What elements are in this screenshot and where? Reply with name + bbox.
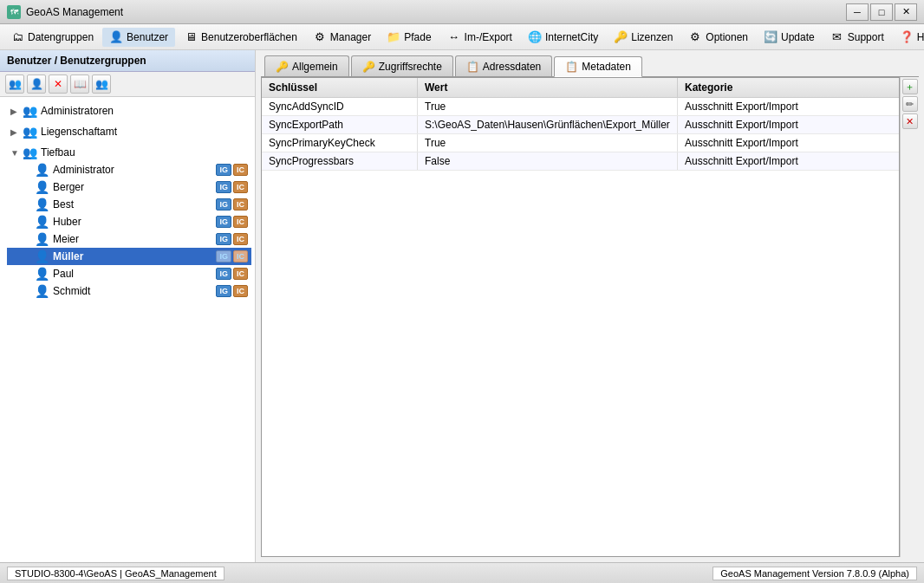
user-label-best: Best bbox=[53, 198, 74, 211]
menu-update[interactable]: 🔄 Update bbox=[757, 28, 822, 47]
user-icon-administrator: 👤 bbox=[35, 163, 49, 177]
maximize-button[interactable]: □ bbox=[870, 3, 893, 21]
tree-group-row-liegenschaftamt[interactable]: ▶ 👥 Liegenschaftamt bbox=[7, 123, 251, 140]
badge-ig-schmidt: IG bbox=[216, 285, 231, 297]
user-badges-schmidt: IG IC bbox=[216, 285, 248, 297]
expand-icon-administratoren: ▶ bbox=[10, 107, 19, 116]
user-icon-meier: 👤 bbox=[35, 232, 49, 246]
table-outer: Schlüssel Wert Kategorie SyncAddSyncID T… bbox=[261, 77, 919, 557]
menu-support-label: Support bbox=[848, 31, 884, 43]
menu-benutzeroberflachen[interactable]: 🖥 Benutzeroberflächen bbox=[177, 28, 304, 47]
tree-user-paul[interactable]: 👤 Paul IG IC bbox=[7, 265, 251, 282]
statusbar-left: STUDIO-8300-4\GeoAS | GeoAS_Management bbox=[7, 567, 224, 580]
tree-group-liegenschaftamt: ▶ 👥 Liegenschaftamt bbox=[0, 121, 255, 142]
tree-user-huber[interactable]: 👤 Huber IG IC bbox=[7, 213, 251, 230]
menu-benutzer-label: Benutzer bbox=[127, 31, 168, 43]
menu-datengruppen-label: Datengruppen bbox=[28, 31, 94, 43]
table-actions: ＋ ✏ ✕ bbox=[900, 77, 919, 557]
delete-button[interactable]: ✕ bbox=[49, 74, 68, 94]
tab-adressdaten[interactable]: 📋 Adressdaten bbox=[455, 55, 552, 76]
menu-update-label: Update bbox=[781, 31, 815, 43]
cell-schluessel-2: SyncPrimaryKeyCheck bbox=[262, 134, 418, 152]
add-group-button[interactable]: 👥 bbox=[5, 74, 24, 94]
user-label-meier: Meier bbox=[53, 233, 79, 245]
user-label-berger: Berger bbox=[53, 181, 84, 193]
left-panel-title: Benutzer / Benutzergruppen bbox=[7, 55, 146, 67]
tree-user-administrator[interactable]: 👤 Administrator IG IC bbox=[7, 161, 251, 178]
menu-hilfe[interactable]: ❓ Hilfe bbox=[893, 28, 924, 47]
badge-ig-huber: IG bbox=[216, 216, 231, 228]
badge-ig-muller: IG bbox=[216, 250, 231, 262]
table-row[interactable]: SyncAddSyncID True Ausschnitt Export/Imp… bbox=[262, 98, 899, 116]
tab-adressdaten-icon: 📋 bbox=[466, 61, 479, 73]
cell-kategorie-2: Ausschnitt Export/Import bbox=[678, 134, 899, 152]
add-user-button[interactable]: 👤 bbox=[27, 74, 46, 94]
manager-icon: ⚙ bbox=[313, 30, 327, 44]
tree-group-row-administratoren[interactable]: ▶ 👥 Administratoren bbox=[7, 102, 251, 120]
menu-pfade[interactable]: 📁 Pfade bbox=[380, 28, 438, 47]
expand-icon-liegenschaftamt: ▶ bbox=[10, 127, 19, 137]
cell-kategorie-0: Ausschnitt Export/Import bbox=[678, 98, 899, 115]
menu-support[interactable]: ✉ Support bbox=[823, 28, 891, 47]
cell-schluessel-3: SyncProgressbars bbox=[262, 152, 418, 170]
cell-wert-0: True bbox=[418, 98, 678, 115]
user-label-schmidt: Schmidt bbox=[53, 285, 90, 297]
close-button[interactable]: ✕ bbox=[895, 3, 917, 21]
edit-row-button[interactable]: ✏ bbox=[902, 96, 918, 112]
menu-lizenzen[interactable]: 🔑 Lizenzen bbox=[607, 28, 680, 47]
book-button[interactable]: 📖 bbox=[70, 74, 89, 94]
update-icon: 🔄 bbox=[764, 30, 778, 44]
tree-user-meier[interactable]: 👤 Meier IG IC bbox=[7, 230, 251, 248]
badge-ic-huber: IC bbox=[233, 216, 248, 228]
table-body: SyncAddSyncID True Ausschnitt Export/Imp… bbox=[262, 98, 899, 556]
add-row-button[interactable]: ＋ bbox=[902, 79, 918, 94]
tree-content: ▶ 👥 Administratoren ▶ 👥 Liegenschaftamt … bbox=[0, 97, 255, 562]
support-icon: ✉ bbox=[830, 30, 844, 44]
group-icon-administratoren: 👥 bbox=[23, 104, 37, 118]
status-path: STUDIO-8300-4\GeoAS | GeoAS_Management bbox=[7, 567, 224, 580]
internetcity-icon: 🌐 bbox=[528, 30, 542, 44]
tab-metadaten[interactable]: 📋 Metadaten bbox=[554, 56, 642, 77]
menu-manager[interactable]: ⚙ Manager bbox=[306, 28, 378, 47]
table-row[interactable]: SyncProgressbars False Ausschnitt Export… bbox=[262, 152, 899, 171]
badge-ig-administrator: IG bbox=[216, 164, 231, 176]
table-row[interactable]: SyncExportPath S:\GeoAS_Daten\Hausen\Grü… bbox=[262, 116, 899, 134]
group-label-administratoren: Administratoren bbox=[41, 105, 114, 117]
tab-allgemein-icon: 🔑 bbox=[276, 61, 289, 73]
menu-benutzer[interactable]: 👤 Benutzer bbox=[102, 28, 175, 47]
tab-allgemein[interactable]: 🔑 Allgemein bbox=[264, 55, 349, 76]
delete-row-button[interactable]: ✕ bbox=[902, 113, 918, 129]
tab-zugriffsrechte[interactable]: 🔑 Zugriffsrechte bbox=[351, 55, 453, 76]
badge-ig-paul: IG bbox=[216, 268, 231, 280]
tree-user-best[interactable]: 👤 Best IG IC bbox=[7, 196, 251, 213]
menu-im-export[interactable]: ↔ Im-/Export bbox=[440, 28, 519, 47]
app-title: GeoAS Management bbox=[26, 6, 123, 18]
tab-adressdaten-label: Adressdaten bbox=[483, 61, 541, 73]
user-icon-paul: 👤 bbox=[35, 267, 49, 281]
tab-bar: 🔑 Allgemein 🔑 Zugriffsrechte 📋 Adressdat… bbox=[261, 55, 919, 77]
hilfe-icon: ❓ bbox=[900, 30, 914, 44]
menu-benutzeroberflachen-label: Benutzeroberflächen bbox=[201, 31, 297, 43]
badge-ic-administrator: IC bbox=[233, 164, 248, 176]
status-version: GeoAS Management Version 7.8.0.9 (Alpha) bbox=[713, 567, 917, 580]
cell-kategorie-1: Ausschnitt Export/Import bbox=[678, 116, 899, 133]
left-panel-header: Benutzer / Benutzergruppen bbox=[0, 50, 255, 72]
table-row[interactable]: SyncPrimaryKeyCheck True Ausschnitt Expo… bbox=[262, 134, 899, 152]
titlebar: 🗺 GeoAS Management ─ □ ✕ bbox=[0, 0, 924, 24]
benutzeroberflachen-icon: 🖥 bbox=[184, 30, 198, 44]
menu-internetcity[interactable]: 🌐 InternetCity bbox=[521, 28, 605, 47]
import-button[interactable]: 👥 bbox=[92, 74, 111, 94]
tree-group-administratoren: ▶ 👥 Administratoren bbox=[0, 100, 255, 121]
tree-user-schmidt[interactable]: 👤 Schmidt IG IC bbox=[7, 282, 251, 300]
minimize-button[interactable]: ─ bbox=[846, 3, 869, 21]
main-layout: Benutzer / Benutzergruppen 👥 👤 ✕ 📖 👥 ▶ 👥… bbox=[0, 50, 924, 562]
tree-user-muller[interactable]: 👤 Müller IG IC bbox=[7, 248, 251, 265]
menu-datengruppen[interactable]: 🗂 Datengruppen bbox=[3, 28, 101, 47]
user-badges-huber: IG IC bbox=[216, 216, 248, 228]
benutzer-icon: 👤 bbox=[109, 30, 123, 44]
cell-schluessel-0: SyncAddSyncID bbox=[262, 98, 418, 115]
tree-group-row-tiefbau[interactable]: ▼ 👥 Tiefbau bbox=[7, 144, 251, 161]
menu-optionen[interactable]: ⚙ Optionen bbox=[681, 28, 755, 47]
tree-user-berger[interactable]: 👤 Berger IG IC bbox=[7, 178, 251, 196]
badge-ic-muller: IC bbox=[233, 250, 248, 262]
